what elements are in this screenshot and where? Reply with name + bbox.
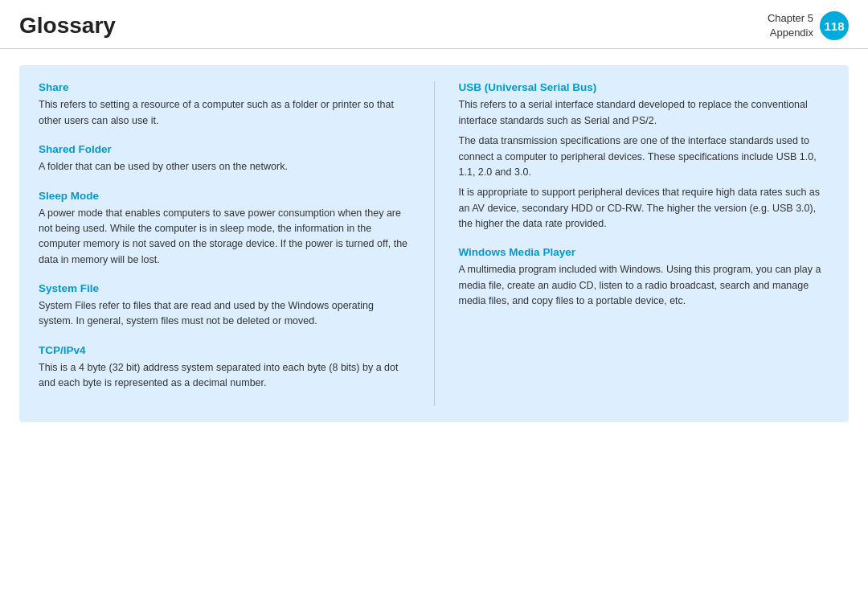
term-usb-body-3: It is appropriate to support peripheral … bbox=[459, 185, 830, 232]
term-sleep-mode-body: A power mode that enables computers to s… bbox=[39, 206, 410, 269]
term-usb: USB (Universal Serial Bus) This refers t… bbox=[459, 81, 830, 232]
content-area: Share This refers to setting a resource … bbox=[0, 49, 868, 437]
term-share-title: Share bbox=[39, 81, 410, 93]
term-share: Share This refers to setting a resource … bbox=[39, 81, 410, 129]
term-windows-media-player-title: Windows Media Player bbox=[459, 246, 830, 258]
right-column: USB (Universal Serial Bus) This refers t… bbox=[435, 81, 830, 405]
term-system-file: System File System Files refer to files … bbox=[39, 282, 410, 330]
term-tcp-ipv4: TCP/IPv4 This is a 4 byte (32 bit) addre… bbox=[39, 344, 410, 392]
term-sleep-mode-title: Sleep Mode bbox=[39, 190, 410, 202]
term-windows-media-player: Windows Media Player A multimedia progra… bbox=[459, 246, 830, 309]
glossary-box: Share This refers to setting a resource … bbox=[19, 65, 849, 421]
term-shared-folder-body: A folder that can be used by other users… bbox=[39, 159, 410, 175]
header-right: Chapter 5 Appendix 118 bbox=[768, 11, 849, 40]
left-column: Share This refers to setting a resource … bbox=[39, 81, 435, 405]
page-header: Glossary Chapter 5 Appendix 118 bbox=[0, 0, 868, 49]
page-number-badge: 118 bbox=[820, 11, 849, 40]
term-usb-body-2: The data transmission specifications are… bbox=[459, 133, 830, 180]
term-tcp-ipv4-title: TCP/IPv4 bbox=[39, 344, 410, 356]
term-usb-body-1: This refers to a serial interface standa… bbox=[459, 97, 830, 129]
page-title: Glossary bbox=[19, 13, 116, 39]
term-shared-folder: Shared Folder A folder that can be used … bbox=[39, 143, 410, 175]
term-shared-folder-title: Shared Folder bbox=[39, 143, 410, 155]
term-system-file-title: System File bbox=[39, 282, 410, 294]
chapter-label: Chapter 5 Appendix bbox=[768, 11, 813, 40]
term-tcp-ipv4-body: This is a 4 byte (32 bit) address system… bbox=[39, 360, 410, 392]
term-windows-media-player-body: A multimedia program included with Windo… bbox=[459, 262, 830, 309]
term-system-file-body: System Files refer to files that are rea… bbox=[39, 298, 410, 330]
term-share-body: This refers to setting a resource of a c… bbox=[39, 97, 410, 129]
term-usb-title: USB (Universal Serial Bus) bbox=[459, 81, 830, 93]
term-sleep-mode: Sleep Mode A power mode that enables com… bbox=[39, 190, 410, 269]
